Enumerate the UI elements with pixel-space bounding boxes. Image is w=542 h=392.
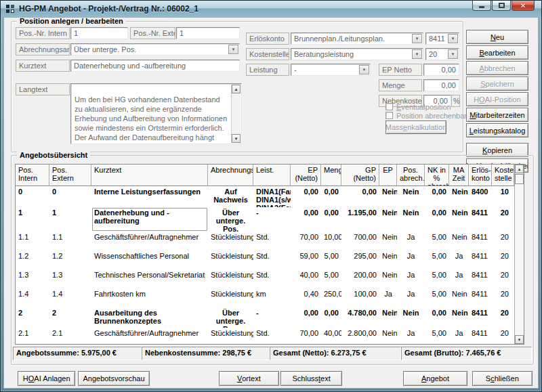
chevron-down-icon[interactable]: ▼ — [359, 65, 369, 74]
cell: km — [253, 288, 291, 307]
mitarbeiterzeiten-button[interactable]: Mitarbeiterzeiten — [466, 108, 528, 122]
menge-input[interactable]: 0,00 — [423, 79, 459, 91]
cell: 20 — [492, 307, 514, 328]
cell: - — [253, 307, 291, 328]
cell: Nein — [397, 307, 425, 328]
angebot-button[interactable]: Angebot — [403, 371, 467, 386]
checkbox-icon[interactable] — [385, 103, 393, 110]
column-header[interactable]: Pos. Intern — [16, 165, 49, 186]
schliessen-button[interactable]: Schließen — [472, 371, 533, 386]
leistung-combo[interactable]: - ▼ — [291, 64, 371, 76]
column-header[interactable]: Erlös- konto — [469, 165, 492, 186]
column-header[interactable]: Pos. abrech. — [397, 165, 425, 186]
pos-extern-input[interactable]: 1 — [176, 27, 240, 39]
ep-netto-label: EP Netto — [379, 64, 422, 76]
cell: 5,00 — [425, 269, 449, 288]
cell: Geschäftsführer/Auftragnehmer — [91, 328, 208, 343]
angebotsvorschau-button[interactable]: Angebotsvorschau — [78, 371, 149, 386]
cell: Interne Leistungserfassungen — [91, 186, 208, 207]
column-header[interactable]: Abrechnungsart — [208, 165, 253, 186]
chevron-down-icon[interactable]: ▼ — [448, 49, 458, 59]
massenkalkulation-button[interactable]: Massenkalkulation — [385, 121, 446, 134]
column-header[interactable]: MA Zeit — [449, 165, 469, 186]
chevron-down-icon[interactable]: ▼ — [448, 34, 458, 43]
maximize-icon — [499, 3, 505, 8]
kostenstelle-combo[interactable]: Beratungsleistung ▼ — [291, 48, 423, 60]
app-window: HG-PM Angebot - Projekt-/Vertrag Nr.: 06… — [0, 0, 542, 392]
nebenkosten-unit-label: % — [451, 95, 460, 107]
eventualposition-checkbox[interactable]: Eventualposition — [385, 102, 451, 111]
table-row[interactable]: 1.11.1Geschäftsführer/AuftragnehmerStück… — [16, 232, 514, 251]
table-row[interactable]: 1.31.3Technisches Personal/SekretariatSt… — [16, 269, 514, 288]
column-header[interactable]: Kurztext — [91, 165, 208, 186]
scroll-up-icon[interactable]: ▲ — [232, 85, 241, 93]
abrechnungsart-combo[interactable]: Über unterge. Pos. ▼ — [70, 43, 240, 56]
table-row[interactable]: 1.41.4Fahrtkosten kmStückleistungkm0,402… — [16, 288, 514, 307]
cell: 1.2 — [16, 251, 49, 269]
scroll-up-icon[interactable]: ▲ — [515, 165, 524, 173]
scrollbar-thumb[interactable] — [515, 174, 524, 184]
cell: 2 — [16, 307, 49, 328]
cell: Über unterge. Pos. — [208, 207, 253, 232]
cell: 70,00 — [291, 328, 321, 343]
abbrechen-button[interactable]: Abbrechen — [466, 61, 528, 75]
maximize-button[interactable] — [492, 1, 511, 11]
bearbeiten-button[interactable]: Bearbeiten — [466, 45, 528, 60]
cell: Ja — [397, 251, 425, 269]
langtext-label: Langtext — [16, 83, 70, 95]
scroll-down-icon[interactable]: ▼ — [232, 134, 241, 143]
close-button[interactable]: ✕ — [512, 1, 535, 11]
column-header[interactable]: EP — [379, 165, 397, 186]
kurztext-input[interactable]: Datenerhebung und -aufbereitung — [70, 60, 240, 72]
table-row[interactable]: 00Interne LeistungserfassungenAuf Nachwe… — [16, 186, 514, 207]
neu-button[interactable]: Neu — [466, 30, 528, 44]
cell: 1.1 — [16, 232, 49, 251]
column-header[interactable]: Leist. — [253, 165, 291, 186]
schlusstext-button[interactable]: Schlusstext — [280, 371, 342, 386]
cell: Nein — [379, 328, 397, 343]
cell: Ausarbeitung des Brunnenkonzeptes — [91, 307, 208, 328]
cell: 0 — [49, 186, 91, 207]
table-row[interactable]: 11Datenerhebung und -aufbereitungÜber un… — [16, 207, 514, 232]
table-scrollbar[interactable]: ▲ ▼ — [514, 165, 524, 344]
checkbox-icon[interactable] — [385, 112, 393, 119]
chevron-down-icon[interactable]: ▼ — [412, 34, 422, 43]
column-header[interactable]: Pos. Extern — [49, 165, 91, 186]
chevron-down-icon[interactable]: ▼ — [228, 45, 238, 54]
titlebar[interactable]: HG-PM Angebot - Projekt-/Vertrag Nr.: 06… — [1, 1, 541, 17]
hoai-position-button[interactable]: HOAI-Position — [466, 92, 528, 106]
cell: 5,00 — [425, 328, 449, 343]
erloeskonto-code-combo[interactable]: 8411 ▼ — [425, 32, 459, 45]
langtext-scrollbar[interactable]: ▲ ▼ — [231, 85, 241, 143]
speichern-button[interactable]: Speichern — [466, 77, 528, 91]
scroll-down-icon[interactable]: ▼ — [515, 335, 524, 344]
column-header[interactable]: Kosten- stelle — [492, 165, 514, 186]
cell: 8411 — [469, 328, 492, 343]
kostenstelle-code-combo[interactable]: 20 ▼ — [425, 48, 459, 60]
table-body: 00Interne LeistungserfassungenAuf Nachwe… — [16, 186, 514, 344]
table-row[interactable]: 2.12.1Geschäftsführer/AuftragnehmerStück… — [16, 328, 514, 343]
column-header[interactable]: NK in % abrech. — [425, 165, 449, 186]
ep-netto-input[interactable]: 0,00 — [423, 64, 459, 76]
cell: Ja — [397, 328, 425, 343]
angebots-table: Pos. InternPos. ExternKurztextAbrechnung… — [15, 164, 524, 345]
column-header[interactable]: EP (Netto) — [291, 165, 321, 186]
table-row[interactable]: 22Ausarbeitung des BrunnenkonzeptesÜber … — [16, 307, 514, 328]
table-row[interactable]: 1.21.2Wissenschaftliches PersonalStückle… — [16, 251, 514, 269]
vortext-button[interactable]: Vortext — [219, 371, 279, 386]
erloeskonto-combo[interactable]: Brunnenplan./Leitungsplan. ▼ — [291, 32, 423, 45]
client-area: Position anlegen / bearbeiten Pos.-Nr. I… — [3, 17, 539, 389]
chevron-down-icon[interactable]: ▼ — [412, 49, 422, 59]
column-header[interactable]: GP (Netto) — [341, 165, 379, 186]
cell: 2 — [49, 307, 91, 328]
position-abrechenbar-checkbox[interactable]: Position abrechenbar — [385, 111, 467, 120]
langtext-memo[interactable]: Um den bei HG vorhandenen Datenbestand z… — [70, 83, 242, 144]
hoai-anlagen-button[interactable]: HOAI Anlagen — [18, 371, 75, 386]
pos-intern-input[interactable]: 1 — [70, 27, 128, 39]
column-header[interactable]: Menge — [321, 165, 341, 186]
minimize-button[interactable] — [472, 1, 491, 11]
summary-panel: Gesamt (Netto): 6.273,75 € — [270, 347, 401, 360]
cell: Ja — [379, 288, 397, 307]
summary-panel: Nebenkostensumme: 298,75 € — [142, 347, 270, 360]
leistungskatalog-button[interactable]: Leistungskatalog — [466, 123, 528, 137]
